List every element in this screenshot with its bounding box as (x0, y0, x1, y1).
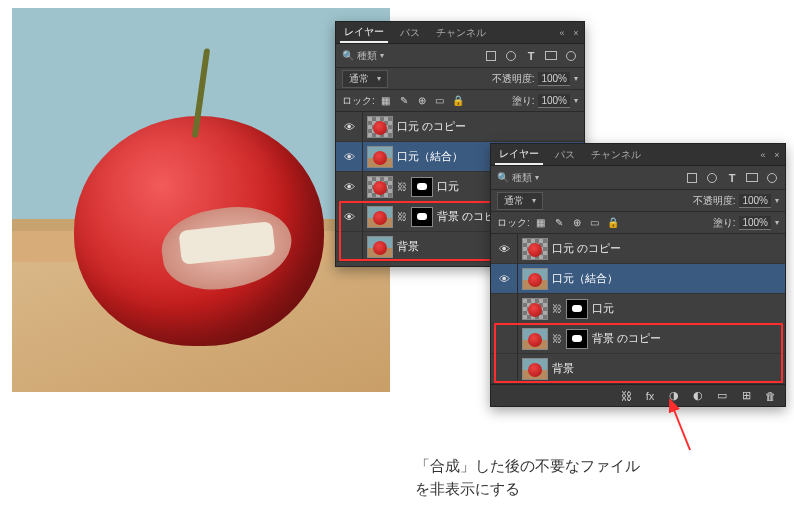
panel-window-controls: « × (759, 151, 781, 159)
chevron-down-icon[interactable]: ▾ (775, 218, 779, 227)
lock-all-icon[interactable]: 🔒 (606, 216, 620, 230)
chevron-down-icon[interactable]: ▾ (775, 196, 779, 205)
filter-type-icon[interactable]: T (524, 50, 538, 62)
layer-thumbnail[interactable] (367, 236, 393, 258)
layer-thumbnail[interactable] (522, 268, 548, 290)
layer-name[interactable]: 口元（結合） (397, 149, 463, 164)
fill-value[interactable]: 100% (538, 94, 570, 108)
layer-name[interactable]: 口元（結合） (552, 271, 618, 286)
layer-filter-type[interactable]: 🔍 種類 ▾ (342, 49, 384, 63)
layer-thumbnail[interactable] (367, 116, 393, 138)
filter-adjust-icon[interactable] (705, 172, 719, 184)
chevron-down-icon[interactable]: ▾ (574, 96, 578, 105)
visibility-toggle[interactable]: 👁 (340, 151, 358, 163)
fill-value[interactable]: 100% (739, 216, 771, 230)
lock-brush-icon[interactable]: ✎ (397, 94, 411, 108)
layer-thumbnail[interactable] (367, 146, 393, 168)
visibility-toggle[interactable]: 👁 (340, 241, 358, 253)
layer-name[interactable]: 口元 のコピー (397, 119, 466, 134)
layer-name[interactable]: 口元 (437, 179, 459, 194)
collapse-icon[interactable]: « (759, 151, 767, 159)
layer-row[interactable]: 👁 口元 のコピー (491, 234, 785, 264)
lock-position-icon[interactable]: ⊕ (570, 216, 584, 230)
mask-link-icon[interactable]: ⛓ (552, 303, 562, 314)
chevron-down-icon: ▾ (532, 196, 536, 205)
chevron-down-icon[interactable]: ▾ (574, 74, 578, 83)
layers-panel-after: レイヤー パス チャンネル « × 🔍 種類 ▾ T 通常 ▾ 不透明度: 10… (490, 143, 786, 407)
filter-smart-icon[interactable] (564, 50, 578, 62)
tab-layers[interactable]: レイヤー (340, 22, 388, 43)
new-layer-icon[interactable]: ⊞ (739, 389, 753, 402)
visibility-toggle[interactable]: 👁 (495, 243, 513, 255)
layer-mask-thumbnail[interactable] (411, 177, 433, 197)
layer-row[interactable]: 👁 背景 (491, 354, 785, 384)
blend-mode-select[interactable]: 通常 ▾ (497, 192, 543, 210)
visibility-toggle[interactable]: 👁 (495, 363, 513, 375)
layer-row[interactable]: 👁 口元 のコピー (336, 112, 584, 142)
visibility-toggle[interactable]: 👁 (340, 181, 358, 193)
layer-name[interactable]: 口元 (592, 301, 614, 316)
layer-mask-thumbnail[interactable] (566, 299, 588, 319)
layer-name[interactable]: 背景 (552, 361, 574, 376)
link-layers-icon[interactable]: ⛓ (619, 390, 633, 402)
filter-adjust-icon[interactable] (504, 50, 518, 62)
close-icon[interactable]: × (773, 151, 781, 159)
lock-artboard-icon[interactable]: ▭ (588, 216, 602, 230)
group-icon[interactable]: ▭ (715, 389, 729, 402)
filter-smart-icon[interactable] (765, 172, 779, 184)
layer-filter-bar: 🔍 種類 ▾ T (336, 44, 584, 68)
visibility-toggle[interactable]: 👁 (495, 333, 513, 345)
delete-icon[interactable]: 🗑 (763, 390, 777, 402)
visibility-toggle[interactable]: 👁 (495, 273, 513, 285)
layer-thumbnail[interactable] (522, 298, 548, 320)
layer-thumbnail[interactable] (522, 238, 548, 260)
layer-filter-type[interactable]: 🔍 種類 ▾ (497, 171, 539, 185)
opacity-value[interactable]: 100% (739, 194, 771, 208)
blend-bar: 通常 ▾ 不透明度: 100% ▾ (491, 190, 785, 212)
layer-row[interactable]: 👁 口元（結合） (491, 264, 785, 294)
lock-position-icon[interactable]: ⊕ (415, 94, 429, 108)
search-icon: 🔍 (497, 172, 509, 183)
lock-pixels-icon[interactable]: ▦ (379, 94, 393, 108)
visibility-toggle[interactable]: 👁 (340, 121, 358, 133)
tab-channels[interactable]: チャンネル (432, 23, 490, 42)
layer-name[interactable]: 背景 のコピー (592, 331, 661, 346)
fx-icon[interactable]: fx (643, 390, 657, 402)
close-icon[interactable]: × (572, 29, 580, 37)
filter-shape-icon[interactable] (745, 172, 759, 184)
filter-type-icon[interactable]: T (725, 172, 739, 184)
mask-link-icon[interactable]: ⛓ (397, 181, 407, 192)
tab-channels[interactable]: チャンネル (587, 145, 645, 164)
opacity-value[interactable]: 100% (538, 72, 570, 86)
tab-paths[interactable]: パス (551, 145, 579, 164)
layer-name[interactable]: 背景 (397, 239, 419, 254)
adjustment-icon[interactable]: ◐ (691, 389, 705, 402)
layer-thumbnail[interactable] (367, 176, 393, 198)
mask-icon[interactable]: ◑ (667, 389, 681, 402)
mask-link-icon[interactable]: ⛓ (397, 211, 407, 222)
layer-thumbnail[interactable] (522, 328, 548, 350)
tab-paths[interactable]: パス (396, 23, 424, 42)
layer-mask-thumbnail[interactable] (411, 207, 433, 227)
visibility-toggle[interactable]: 👁 (495, 303, 513, 315)
layer-thumbnail[interactable] (522, 358, 548, 380)
fill-label: 塗り: (512, 94, 535, 108)
filter-pixel-icon[interactable] (484, 50, 498, 62)
layer-row[interactable]: 👁 ⛓ 口元 (491, 294, 785, 324)
lock-label: ロック: (342, 94, 375, 108)
layer-mask-thumbnail[interactable] (566, 329, 588, 349)
tab-layers[interactable]: レイヤー (495, 144, 543, 165)
layer-row[interactable]: 👁 ⛓ 背景 のコピー (491, 324, 785, 354)
visibility-toggle[interactable]: 👁 (340, 211, 358, 223)
filter-shape-icon[interactable] (544, 50, 558, 62)
lock-all-icon[interactable]: 🔒 (451, 94, 465, 108)
filter-pixel-icon[interactable] (685, 172, 699, 184)
mask-link-icon[interactable]: ⛓ (552, 333, 562, 344)
collapse-icon[interactable]: « (558, 29, 566, 37)
lock-artboard-icon[interactable]: ▭ (433, 94, 447, 108)
lock-pixels-icon[interactable]: ▦ (534, 216, 548, 230)
lock-brush-icon[interactable]: ✎ (552, 216, 566, 230)
blend-mode-select[interactable]: 通常 ▾ (342, 70, 388, 88)
layer-thumbnail[interactable] (367, 206, 393, 228)
layer-name[interactable]: 口元 のコピー (552, 241, 621, 256)
